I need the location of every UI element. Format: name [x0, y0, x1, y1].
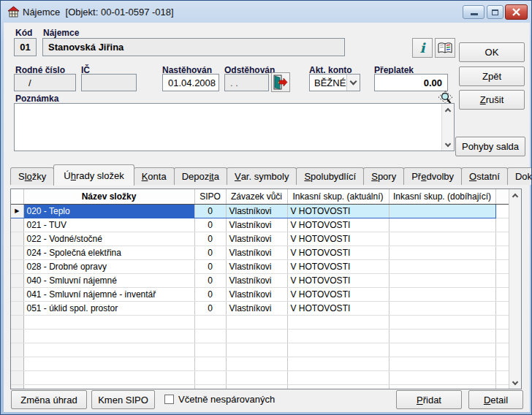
scroll-up-arrow-icon[interactable] [442, 104, 454, 115]
column-header-inkasni-dobihajici[interactable]: Inkasní skup. (dobíhající) [389, 189, 495, 204]
table-row[interactable]: 041 - Smluvní nájemné - inventář0Vlastní… [11, 287, 509, 301]
row-indicator[interactable] [11, 232, 23, 245]
vcetne-nesparovanych-checkbox[interactable] [164, 395, 174, 404]
cell-sipo[interactable]: 0 [194, 301, 226, 315]
table-row[interactable]: 022 - Vodné/stočné0VlastníkoviV HOTOVOST… [11, 232, 509, 245]
cell-sipo[interactable]: 0 [194, 204, 226, 218]
poznamka-textarea[interactable] [14, 103, 455, 151]
cell-name[interactable]: 024 - Společná elektřina [23, 245, 194, 259]
column-header-zavazek-vuci[interactable]: Závazek vůči [226, 189, 287, 204]
column-header-sipo[interactable]: SIPO [194, 189, 226, 204]
odstehovan-field[interactable]: . . [224, 74, 269, 91]
cell-name[interactable]: 020 - Teplo [23, 204, 194, 218]
cell-dobihajici[interactable] [389, 218, 495, 232]
cell-aktualni[interactable]: V HOTOVOSTI [287, 218, 389, 232]
cell-zavazek[interactable]: Vlastníkovi [226, 218, 287, 232]
tab-ostatni[interactable]: Ostatní [461, 167, 508, 185]
poznamka-scrollbar[interactable] [441, 104, 454, 151]
najemce-field[interactable]: Stanovská Jiřina [42, 38, 345, 56]
cell-name[interactable]: 040 - Smluvní nájemné [23, 273, 194, 287]
rodne-cislo-field[interactable]: / [14, 74, 76, 91]
row-indicator[interactable] [11, 245, 23, 259]
table-row[interactable]: 051 - úklid spol. prostor0VlastníkoviV H… [11, 301, 509, 315]
cell-dobihajici[interactable] [389, 301, 495, 315]
cell-zavazek[interactable]: Vlastníkovi [226, 259, 287, 273]
cell-aktualni[interactable]: V HOTOVOSTI [287, 204, 389, 218]
cell-aktualni[interactable]: V HOTOVOSTI [287, 232, 389, 245]
pohyby-salda-button[interactable]: Pohyby salda [455, 137, 525, 156]
cell-aktualni[interactable]: V HOTOVOSTI [287, 287, 389, 301]
cell-zavazek[interactable]: Vlastníkovi [226, 232, 287, 245]
cell-dobihajici[interactable] [389, 287, 495, 301]
cell-zavazek[interactable]: Vlastníkovi [226, 273, 287, 287]
row-indicator[interactable]: ▶ [11, 204, 23, 218]
cell-dobihajici[interactable] [389, 259, 495, 273]
tab-slozky[interactable]: Složky [10, 167, 54, 185]
preplatek-field[interactable]: 0.00 [374, 74, 448, 91]
tab-dokumenty[interactable]: Dokumenty [507, 167, 532, 185]
cell-aktualni[interactable]: V HOTOVOSTI [287, 259, 389, 273]
cell-name[interactable]: 028 - Drobné opravy [23, 259, 194, 273]
zmena-uhrad-button[interactable]: Změna úhrad [11, 390, 87, 409]
table-row[interactable]: 040 - Smluvní nájemné0VlastníkoviV HOTOV… [11, 273, 509, 287]
cell-sipo[interactable]: 0 [194, 287, 226, 301]
tab-spory[interactable]: Spory [363, 167, 404, 185]
tab-predvolby[interactable]: Předvolby [403, 167, 462, 185]
cell-sipo[interactable]: 0 [194, 232, 226, 245]
row-indicator[interactable] [11, 218, 23, 232]
tab-depozita[interactable]: Depozita [174, 167, 227, 185]
cell-dobihajici[interactable] [389, 204, 495, 218]
address-book-button[interactable] [435, 38, 455, 58]
table-scroll-up-arrow-icon[interactable] [509, 189, 521, 201]
table-scroll-down-arrow-icon[interactable] [509, 377, 521, 389]
cell-sipo[interactable]: 0 [194, 245, 226, 259]
close-button[interactable] [505, 4, 528, 20]
tab-uhrady-slozek[interactable]: Úhrady složek [53, 164, 134, 186]
cell-zavazek[interactable]: Vlastníkovi [226, 287, 287, 301]
ic-field[interactable] [81, 74, 137, 91]
cell-zavazek[interactable]: Vlastníkovi [226, 204, 287, 218]
cell-name[interactable]: 041 - Smluvní nájemné - inventář [23, 287, 194, 301]
cell-aktualni[interactable]: V HOTOVOSTI [287, 273, 389, 287]
akt-konto-dropdown-button[interactable] [346, 75, 360, 91]
nastehovan-field[interactable]: 01.04.2008 [162, 74, 219, 91]
minimize-button[interactable] [463, 5, 484, 19]
table-row[interactable]: 028 - Drobné opravy0VlastníkoviV HOTOVOS… [11, 259, 509, 273]
move-out-button[interactable] [271, 72, 290, 92]
row-indicator[interactable] [11, 259, 23, 273]
ok-button[interactable]: OK [459, 42, 525, 62]
info-button[interactable]: i [412, 38, 433, 58]
kmen-sipo-button[interactable]: Kmen SIPO [91, 390, 155, 409]
zrusit-button[interactable]: Zrušit [459, 90, 525, 110]
tab-konta[interactable]: Konta [134, 167, 175, 185]
table-row[interactable]: 021 - TUV0VlastníkoviV HOTOVOSTI [11, 218, 509, 232]
akt-konto-select[interactable]: BĚŽNÉ [309, 74, 360, 91]
row-indicator[interactable] [11, 301, 23, 315]
detail-button[interactable]: Detail [468, 390, 523, 409]
kod-field[interactable]: 01 [14, 38, 37, 56]
zpet-button[interactable]: Zpět [459, 66, 525, 86]
cell-sipo[interactable]: 0 [194, 273, 226, 287]
cell-sipo[interactable]: 0 [194, 259, 226, 273]
cell-zavazek[interactable]: Vlastníkovi [226, 301, 287, 315]
column-header-inkasni-aktualni[interactable]: Inkasní skup. (aktuální) [287, 189, 389, 204]
row-indicator[interactable] [11, 287, 23, 301]
cell-name[interactable]: 022 - Vodné/stočné [23, 232, 194, 245]
cell-dobihajici[interactable] [389, 232, 495, 245]
cell-zavazek[interactable]: Vlastníkovi [226, 245, 287, 259]
pridat-button[interactable]: Přidat [396, 390, 462, 409]
table-row[interactable]: ▶020 - Teplo0VlastníkoviV HOTOVOSTI [11, 204, 509, 218]
maximize-button[interactable] [487, 5, 503, 19]
tab-var-symboly[interactable]: Var. symboly [227, 167, 297, 185]
cell-aktualni[interactable]: V HOTOVOSTI [287, 245, 389, 259]
cell-dobihajici[interactable] [389, 245, 495, 259]
cell-name[interactable]: 021 - TUV [23, 218, 194, 232]
table-scrollbar[interactable] [509, 189, 521, 389]
cell-aktualni[interactable]: V HOTOVOSTI [287, 301, 389, 315]
cell-name[interactable]: 051 - úklid spol. prostor [23, 301, 194, 315]
table-row[interactable]: 024 - Společná elektřina0VlastníkoviV HO… [11, 245, 509, 259]
scroll-down-arrow-icon[interactable] [442, 139, 454, 151]
cell-dobihajici[interactable] [389, 273, 495, 287]
column-header-nazev-slozky[interactable]: Název složky [23, 189, 194, 204]
row-indicator[interactable] [11, 273, 23, 287]
